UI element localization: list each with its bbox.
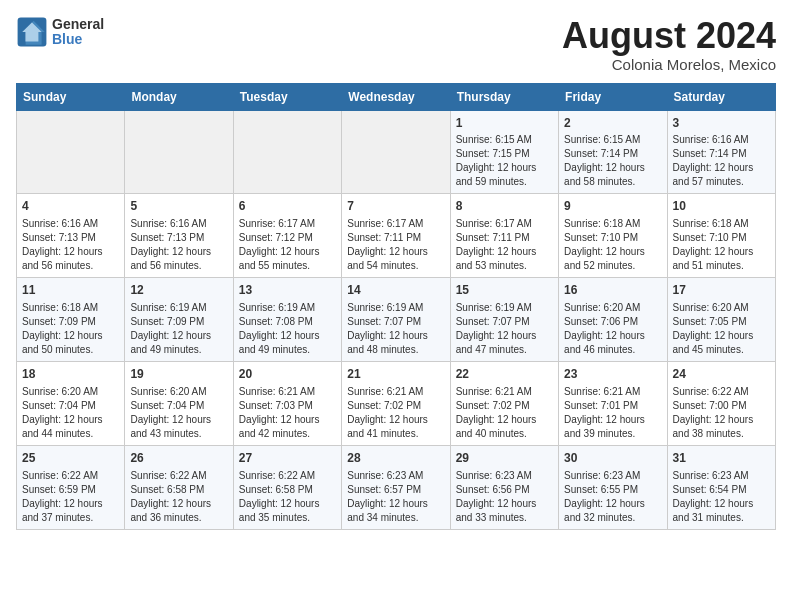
calendar-day-cell: 27Sunrise: 6:22 AM Sunset: 6:58 PM Dayli… — [233, 445, 341, 529]
calendar-day-cell: 14Sunrise: 6:19 AM Sunset: 7:07 PM Dayli… — [342, 278, 450, 362]
calendar-header: SundayMondayTuesdayWednesdayThursdayFrid… — [17, 83, 776, 110]
logo-text: General Blue — [52, 17, 104, 48]
day-info: Sunrise: 6:23 AM Sunset: 6:56 PM Dayligh… — [456, 469, 553, 525]
day-info: Sunrise: 6:19 AM Sunset: 7:09 PM Dayligh… — [130, 301, 227, 357]
calendar-day-cell: 24Sunrise: 6:22 AM Sunset: 7:00 PM Dayli… — [667, 361, 775, 445]
weekday-header: Wednesday — [342, 83, 450, 110]
day-number: 17 — [673, 282, 770, 299]
day-number: 30 — [564, 450, 661, 467]
day-info: Sunrise: 6:19 AM Sunset: 7:07 PM Dayligh… — [456, 301, 553, 357]
calendar-day-cell: 31Sunrise: 6:23 AM Sunset: 6:54 PM Dayli… — [667, 445, 775, 529]
calendar-day-cell: 4Sunrise: 6:16 AM Sunset: 7:13 PM Daylig… — [17, 194, 125, 278]
day-number: 5 — [130, 198, 227, 215]
page-header: General Blue August 2024 Colonia Morelos… — [16, 16, 776, 73]
calendar-day-cell: 23Sunrise: 6:21 AM Sunset: 7:01 PM Dayli… — [559, 361, 667, 445]
day-info: Sunrise: 6:21 AM Sunset: 7:01 PM Dayligh… — [564, 385, 661, 441]
day-number: 31 — [673, 450, 770, 467]
day-number: 4 — [22, 198, 119, 215]
weekday-header: Saturday — [667, 83, 775, 110]
calendar-day-cell: 13Sunrise: 6:19 AM Sunset: 7:08 PM Dayli… — [233, 278, 341, 362]
day-number: 16 — [564, 282, 661, 299]
calendar-day-cell — [125, 110, 233, 194]
day-number: 8 — [456, 198, 553, 215]
day-info: Sunrise: 6:16 AM Sunset: 7:13 PM Dayligh… — [130, 217, 227, 273]
calendar-day-cell: 17Sunrise: 6:20 AM Sunset: 7:05 PM Dayli… — [667, 278, 775, 362]
day-number: 9 — [564, 198, 661, 215]
day-number: 11 — [22, 282, 119, 299]
calendar-week-row: 18Sunrise: 6:20 AM Sunset: 7:04 PM Dayli… — [17, 361, 776, 445]
location-subtitle: Colonia Morelos, Mexico — [562, 56, 776, 73]
day-info: Sunrise: 6:20 AM Sunset: 7:05 PM Dayligh… — [673, 301, 770, 357]
calendar-day-cell: 12Sunrise: 6:19 AM Sunset: 7:09 PM Dayli… — [125, 278, 233, 362]
day-info: Sunrise: 6:18 AM Sunset: 7:10 PM Dayligh… — [564, 217, 661, 273]
calendar-day-cell: 8Sunrise: 6:17 AM Sunset: 7:11 PM Daylig… — [450, 194, 558, 278]
day-info: Sunrise: 6:21 AM Sunset: 7:02 PM Dayligh… — [456, 385, 553, 441]
day-number: 26 — [130, 450, 227, 467]
calendar-day-cell: 5Sunrise: 6:16 AM Sunset: 7:13 PM Daylig… — [125, 194, 233, 278]
day-number: 15 — [456, 282, 553, 299]
day-info: Sunrise: 6:15 AM Sunset: 7:14 PM Dayligh… — [564, 133, 661, 189]
day-number: 28 — [347, 450, 444, 467]
calendar-day-cell: 28Sunrise: 6:23 AM Sunset: 6:57 PM Dayli… — [342, 445, 450, 529]
day-number: 23 — [564, 366, 661, 383]
day-number: 29 — [456, 450, 553, 467]
calendar-day-cell: 3Sunrise: 6:16 AM Sunset: 7:14 PM Daylig… — [667, 110, 775, 194]
day-info: Sunrise: 6:22 AM Sunset: 6:58 PM Dayligh… — [130, 469, 227, 525]
day-number: 12 — [130, 282, 227, 299]
calendar-day-cell: 30Sunrise: 6:23 AM Sunset: 6:55 PM Dayli… — [559, 445, 667, 529]
day-info: Sunrise: 6:16 AM Sunset: 7:13 PM Dayligh… — [22, 217, 119, 273]
day-number: 1 — [456, 115, 553, 132]
day-info: Sunrise: 6:20 AM Sunset: 7:06 PM Dayligh… — [564, 301, 661, 357]
weekday-header-row: SundayMondayTuesdayWednesdayThursdayFrid… — [17, 83, 776, 110]
calendar-day-cell: 11Sunrise: 6:18 AM Sunset: 7:09 PM Dayli… — [17, 278, 125, 362]
day-info: Sunrise: 6:17 AM Sunset: 7:11 PM Dayligh… — [347, 217, 444, 273]
day-number: 25 — [22, 450, 119, 467]
day-info: Sunrise: 6:17 AM Sunset: 7:12 PM Dayligh… — [239, 217, 336, 273]
calendar-day-cell: 18Sunrise: 6:20 AM Sunset: 7:04 PM Dayli… — [17, 361, 125, 445]
day-info: Sunrise: 6:19 AM Sunset: 7:07 PM Dayligh… — [347, 301, 444, 357]
day-info: Sunrise: 6:18 AM Sunset: 7:09 PM Dayligh… — [22, 301, 119, 357]
day-info: Sunrise: 6:15 AM Sunset: 7:15 PM Dayligh… — [456, 133, 553, 189]
weekday-header: Tuesday — [233, 83, 341, 110]
calendar-day-cell: 21Sunrise: 6:21 AM Sunset: 7:02 PM Dayli… — [342, 361, 450, 445]
day-info: Sunrise: 6:22 AM Sunset: 7:00 PM Dayligh… — [673, 385, 770, 441]
calendar-day-cell — [17, 110, 125, 194]
calendar-body: 1Sunrise: 6:15 AM Sunset: 7:15 PM Daylig… — [17, 110, 776, 529]
day-info: Sunrise: 6:19 AM Sunset: 7:08 PM Dayligh… — [239, 301, 336, 357]
logo-line2: Blue — [52, 32, 104, 47]
day-info: Sunrise: 6:21 AM Sunset: 7:03 PM Dayligh… — [239, 385, 336, 441]
calendar-week-row: 4Sunrise: 6:16 AM Sunset: 7:13 PM Daylig… — [17, 194, 776, 278]
day-number: 3 — [673, 115, 770, 132]
day-number: 24 — [673, 366, 770, 383]
calendar-day-cell: 16Sunrise: 6:20 AM Sunset: 7:06 PM Dayli… — [559, 278, 667, 362]
weekday-header: Monday — [125, 83, 233, 110]
day-info: Sunrise: 6:21 AM Sunset: 7:02 PM Dayligh… — [347, 385, 444, 441]
weekday-header: Sunday — [17, 83, 125, 110]
calendar-day-cell — [233, 110, 341, 194]
calendar-day-cell: 25Sunrise: 6:22 AM Sunset: 6:59 PM Dayli… — [17, 445, 125, 529]
day-number: 18 — [22, 366, 119, 383]
day-number: 19 — [130, 366, 227, 383]
day-info: Sunrise: 6:23 AM Sunset: 6:54 PM Dayligh… — [673, 469, 770, 525]
month-year-title: August 2024 — [562, 16, 776, 56]
calendar-day-cell: 2Sunrise: 6:15 AM Sunset: 7:14 PM Daylig… — [559, 110, 667, 194]
calendar-day-cell: 6Sunrise: 6:17 AM Sunset: 7:12 PM Daylig… — [233, 194, 341, 278]
day-number: 22 — [456, 366, 553, 383]
day-number: 6 — [239, 198, 336, 215]
logo: General Blue — [16, 16, 104, 48]
day-info: Sunrise: 6:20 AM Sunset: 7:04 PM Dayligh… — [130, 385, 227, 441]
day-info: Sunrise: 6:18 AM Sunset: 7:10 PM Dayligh… — [673, 217, 770, 273]
calendar-week-row: 25Sunrise: 6:22 AM Sunset: 6:59 PM Dayli… — [17, 445, 776, 529]
day-info: Sunrise: 6:23 AM Sunset: 6:57 PM Dayligh… — [347, 469, 444, 525]
calendar-week-row: 11Sunrise: 6:18 AM Sunset: 7:09 PM Dayli… — [17, 278, 776, 362]
day-number: 7 — [347, 198, 444, 215]
calendar-day-cell: 19Sunrise: 6:20 AM Sunset: 7:04 PM Dayli… — [125, 361, 233, 445]
calendar-week-row: 1Sunrise: 6:15 AM Sunset: 7:15 PM Daylig… — [17, 110, 776, 194]
day-info: Sunrise: 6:22 AM Sunset: 6:59 PM Dayligh… — [22, 469, 119, 525]
calendar-day-cell: 29Sunrise: 6:23 AM Sunset: 6:56 PM Dayli… — [450, 445, 558, 529]
calendar-day-cell — [342, 110, 450, 194]
day-info: Sunrise: 6:16 AM Sunset: 7:14 PM Dayligh… — [673, 133, 770, 189]
calendar-day-cell: 1Sunrise: 6:15 AM Sunset: 7:15 PM Daylig… — [450, 110, 558, 194]
day-info: Sunrise: 6:22 AM Sunset: 6:58 PM Dayligh… — [239, 469, 336, 525]
day-number: 2 — [564, 115, 661, 132]
